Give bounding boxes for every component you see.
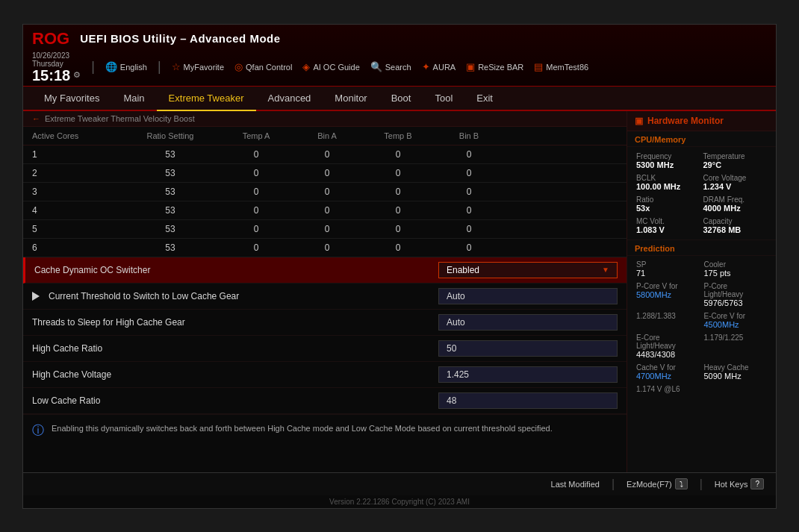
fan-icon: ◎: [234, 61, 243, 72]
table-row[interactable]: 5 53 0 0 0 0: [23, 220, 627, 239]
setting-label-threads: Threads to Sleep for High Cache Gear: [32, 317, 185, 328]
nav-main[interactable]: Main: [111, 87, 156, 111]
pred-cooler: Cooler 175 pts: [703, 259, 769, 279]
nav-tool[interactable]: Tool: [423, 87, 464, 111]
globe-icon: 🌐: [105, 61, 117, 72]
table-row[interactable]: 2 53 0 0 0 0: [23, 164, 627, 183]
col-temp-a: Temp A: [219, 131, 293, 140]
table-row[interactable]: 6 53 0 0 0 0: [23, 239, 627, 257]
setting-row-threshold[interactable]: Current Threshold to Switch to Low Cache…: [23, 284, 627, 310]
hot-keys-icon: ?: [750, 478, 764, 489]
nav-extreme-tweaker[interactable]: Extreme Tweaker: [157, 87, 256, 111]
nav-monitor[interactable]: Monitor: [323, 87, 379, 111]
ai-oc-tool[interactable]: ◈ AI OC Guide: [302, 61, 359, 72]
metric-ratio: Ratio 53x: [635, 193, 702, 215]
col-bin-b: Bin B: [435, 131, 503, 140]
table-header: Active Cores Ratio Setting Temp A Bin A …: [23, 127, 627, 145]
hot-keys-btn[interactable]: Hot Keys ?: [715, 478, 764, 489]
table-row[interactable]: 4 53 0 0 0 0: [23, 201, 627, 220]
nav-advanced[interactable]: Advanced: [256, 87, 323, 111]
col-active-cores: Active Cores: [32, 131, 122, 140]
back-arrow[interactable]: ←: [32, 114, 40, 123]
high-cache-voltage-value[interactable]: 1.425: [438, 366, 618, 383]
nav-exit[interactable]: Exit: [464, 87, 505, 111]
metric-temperature: Temperature 29°C: [702, 150, 769, 172]
metric-bclk: BCLK 100.00 MHz: [635, 172, 702, 193]
aura-icon: ✦: [422, 61, 430, 72]
pred-ecore-v-for: E-Core V for 4500MHz: [703, 310, 769, 331]
bios-container: ROG UEFI BIOS Utility – Advanced Mode 10…: [22, 24, 777, 509]
metric-frequency: Frequency 5300 MHz: [635, 150, 702, 172]
setting-value-cache-dynamic: Enabled ▼: [438, 262, 618, 278]
search-tool[interactable]: 🔍 Search: [370, 61, 411, 72]
low-cache-ratio-value[interactable]: 48: [438, 392, 618, 409]
metric-mc-volt: MC Volt. 1.083 V: [635, 215, 702, 237]
setting-label-high-cache-voltage: High Cache Voltage: [32, 369, 111, 380]
bios-title: UEFI BIOS Utility – Advanced Mode: [80, 32, 280, 45]
high-cache-ratio-value[interactable]: 50: [438, 340, 618, 357]
prediction-grid: SP 71 Cooler 175 pts P-Core V for 5800MH…: [627, 256, 776, 398]
divider2: |: [158, 59, 161, 75]
resize-icon: ▣: [466, 61, 475, 72]
info-text: Enabling this dynamically switches back …: [52, 422, 553, 435]
settings-icon[interactable]: ⚙: [73, 70, 81, 80]
star-icon: ☆: [172, 61, 181, 72]
table-row[interactable]: 1 53 0 0 0 0: [23, 145, 627, 164]
datetime: 10/26/2023Thursday 15:18 ⚙: [32, 51, 81, 83]
threshold-value[interactable]: Auto: [438, 288, 618, 304]
my-favorite-tool[interactable]: ☆ MyFavorite: [172, 61, 224, 72]
main-panel: ← Extreme Tweaker Thermal Velocity Boost…: [23, 111, 627, 472]
setting-label-threshold: Current Threshold to Switch to Low Cache…: [49, 291, 239, 301]
date-display: 10/26/2023Thursday: [32, 51, 69, 68]
pred-heavy-cache: Heavy Cache 5090 MHz: [703, 362, 769, 382]
footer-sep2: |: [700, 478, 703, 491]
aura-tool[interactable]: ✦ AURA: [422, 61, 456, 72]
metric-capacity: Capacity 32768 MB: [702, 215, 769, 237]
info-icon: ⓘ: [32, 423, 44, 439]
language-selector[interactable]: 🌐 English: [105, 61, 147, 72]
resize-bar-tool[interactable]: ▣ ReSize BAR: [466, 61, 523, 72]
col-ratio-setting: Ratio Setting: [122, 131, 219, 140]
pred-cache-voltage: 1.174 V @L6: [635, 384, 701, 395]
header-tools: 10/26/2023Thursday 15:18 ⚙ | 🌐 English |…: [32, 51, 767, 83]
breadcrumb: ← Extreme Tweaker Thermal Velocity Boost: [23, 111, 627, 127]
ez-mode-btn[interactable]: EzMode(F7) ⤵: [627, 478, 688, 489]
col-temp-b: Temp B: [361, 131, 435, 140]
setting-row-threads[interactable]: Threads to Sleep for High Cache Gear Aut…: [23, 310, 627, 336]
footer-sep1: |: [612, 478, 615, 491]
ez-mode-icon: ⤵: [675, 478, 688, 489]
pred-cache-v-for: Cache V for 4700MHz: [635, 362, 701, 382]
search-icon: 🔍: [370, 61, 382, 72]
table-row[interactable]: 3 53 0 0 0 0: [23, 183, 627, 201]
table-rows: 1 53 0 0 0 0 2 53 0 0 0 0 3 53 0 0 0 0 4…: [23, 145, 627, 257]
divider: |: [91, 59, 95, 75]
hw-metrics-grid: Frequency 5300 MHz Temperature 29°C BCLK…: [627, 147, 776, 240]
pred-pcore-v-for: P-Core V for 5800MHz: [635, 281, 701, 309]
nav-boot[interactable]: Boot: [379, 87, 423, 111]
hw-monitor-title: ▣ Hardware Monitor: [627, 111, 776, 131]
hw-monitor-panel: ▣ Hardware Monitor CPU/Memory Frequency …: [627, 111, 776, 472]
cursor-icon: [32, 292, 40, 301]
dropdown-arrow-icon: ▼: [602, 266, 609, 274]
content-area: ← Extreme Tweaker Thermal Velocity Boost…: [23, 111, 776, 472]
cache-dynamic-dropdown[interactable]: Enabled ▼: [438, 262, 618, 278]
setting-row-cache-dynamic[interactable]: Cache Dynamic OC Switcher Enabled ▼: [23, 257, 627, 284]
last-modified-btn[interactable]: Last Modified: [551, 480, 600, 489]
pred-pcore-lh: P-Core Light/Heavy 5976/5763: [703, 281, 769, 309]
setting-label-low-cache-ratio: Low Cache Ratio: [32, 395, 100, 406]
metric-dram-freq: DRAM Freq. 4000 MHz: [702, 193, 769, 215]
memtest-tool[interactable]: ▤ MemTest86: [534, 61, 588, 72]
setting-row-low-cache-ratio[interactable]: Low Cache Ratio 48: [23, 388, 627, 414]
version-text: Version 2.22.1286 Copyright (C) 2023 AMI: [23, 495, 776, 508]
ai-icon: ◈: [302, 61, 310, 72]
setting-row-high-cache-ratio[interactable]: High Cache Ratio 50: [23, 336, 627, 362]
threads-value[interactable]: Auto: [438, 314, 618, 331]
setting-row-high-cache-voltage[interactable]: High Cache Voltage 1.425: [23, 362, 627, 388]
setting-label-cache-dynamic: Cache Dynamic OC Switcher: [34, 265, 150, 275]
qfan-tool[interactable]: ◎ Qfan Control: [234, 61, 292, 72]
nav-my-favorites[interactable]: My Favorites: [32, 87, 111, 111]
pred-ecore-lh: E-Core Light/Heavy 4483/4308: [635, 332, 701, 360]
monitor-icon: ▣: [635, 116, 643, 126]
settings-area: Cache Dynamic OC Switcher Enabled ▼ C: [23, 257, 627, 414]
memtest-icon: ▤: [534, 61, 543, 72]
